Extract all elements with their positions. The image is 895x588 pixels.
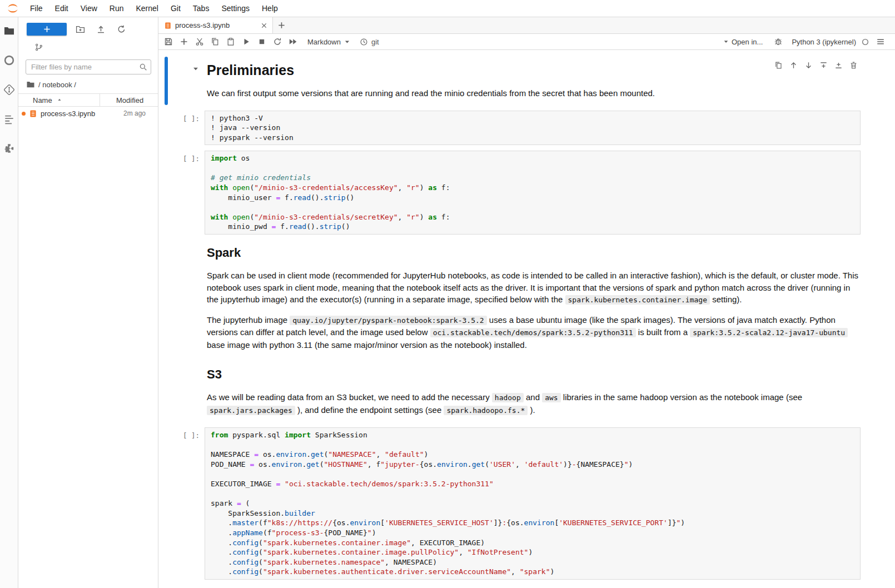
copy-icon (211, 37, 220, 46)
code-line: .config("spark.kubernetes.authenticate.d… (211, 567, 854, 577)
puzzle-icon (3, 143, 15, 155)
code-line: NAMESPACE = os.environ.get("NAMESPACE", … (211, 450, 854, 460)
md-paragraph: The jupyterhub image quay.io/jupyter/pys… (207, 314, 861, 351)
file-list: process-s3.ipynb2m ago (18, 107, 158, 120)
code-editor[interactable]: ! python3 -V! java --version! pyspark --… (205, 111, 861, 146)
menu-settings[interactable]: Settings (215, 0, 256, 17)
code-line: spark = ( (211, 499, 854, 509)
plus-icon (43, 25, 51, 33)
more-commands-button[interactable] (873, 34, 888, 49)
jupyterlab-app: FileEditViewRunKernelGitTabsSettingsHelp… (0, 0, 895, 588)
menu-run[interactable]: Run (103, 0, 130, 17)
insert-cell-button[interactable] (176, 34, 192, 49)
delete-cell-button[interactable] (847, 59, 859, 71)
code-line (211, 163, 854, 173)
restart-run-all-button[interactable] (285, 34, 301, 49)
code-line: SparkSession.builder (211, 509, 854, 519)
sidebar-tab-extension-manager[interactable] (3, 143, 15, 156)
kernel-switcher[interactable]: Python 3 (ipykernel) (792, 38, 856, 46)
rendered-markdown: PreliminariesWe can first output some ve… (205, 57, 861, 105)
duplicate-cell-button[interactable] (772, 59, 784, 71)
tab-process-s3[interactable]: process-s3.ipynb (158, 17, 273, 33)
close-tab-button[interactable] (260, 22, 268, 29)
menu-kernel[interactable]: Kernel (130, 0, 164, 17)
git-toolbar-button[interactable]: git (360, 38, 379, 46)
new-tab-button[interactable] (273, 17, 290, 33)
breadcrumb[interactable]: / notebook / (18, 78, 158, 93)
move-cell-down-button[interactable] (802, 59, 814, 71)
markdown-cell[interactable]: S3As we will be reading data from an S3 … (158, 362, 895, 422)
markdown-cell[interactable]: PreliminariesWe can first output some ve… (158, 57, 895, 105)
cut-cells-button[interactable] (192, 34, 207, 49)
file-name: process-s3.ipynb (41, 109, 100, 118)
code-cell[interactable]: [ ]:import os # get minio credentialswit… (158, 151, 895, 235)
run-cell-button[interactable] (238, 34, 254, 49)
debugger-button[interactable] (770, 34, 786, 49)
inline-code: spark.jars.packages (207, 406, 295, 415)
menu-edit[interactable]: Edit (49, 0, 74, 17)
restart-icon (273, 37, 282, 46)
code-line: # get minio credentials (211, 173, 854, 183)
cell-prompt (168, 57, 205, 105)
upload-files-button[interactable] (93, 22, 108, 36)
code-line: with open("/minio-s3-credentials/accessK… (211, 183, 854, 193)
sort-ascending-icon (57, 97, 62, 103)
restart-kernel-button[interactable] (270, 34, 285, 49)
new-folder-button[interactable] (73, 22, 87, 36)
code-line: import os (211, 153, 854, 163)
refresh-file-list-button[interactable] (114, 22, 128, 36)
menu-help[interactable]: Help (256, 0, 284, 17)
code-line (211, 469, 854, 479)
sidebar-tab-running-sessions[interactable] (3, 54, 15, 68)
save-notebook-button[interactable] (161, 34, 176, 49)
sidebar-tab-table-of-contents[interactable] (3, 113, 15, 127)
code-editor[interactable]: from pyspark.sql import SparkSession NAM… (205, 427, 861, 580)
file-filter-input[interactable] (26, 59, 151, 74)
code-line: .master(f"k8s://https://{os.environ['KUB… (211, 518, 854, 528)
code-line: with open("/minio-s3-credentials/secretK… (211, 212, 854, 222)
bug-icon (774, 37, 783, 46)
folder-icon (3, 25, 15, 37)
menu-view[interactable]: View (74, 0, 103, 17)
file-item[interactable]: process-s3.ipynb2m ago (18, 107, 158, 120)
clock-icon (360, 38, 368, 46)
new-launcher-button[interactable] (27, 23, 67, 36)
menu-tabs[interactable]: Tabs (187, 0, 216, 17)
menu-file[interactable]: File (24, 0, 49, 17)
code-cell[interactable]: [ ]:from pyspark.sql import SparkSession… (158, 427, 895, 580)
code-line: .config("spark.kubernetes.container.imag… (211, 547, 854, 557)
interrupt-kernel-button[interactable] (254, 34, 270, 49)
code-cell[interactable]: [ ]:! python3 -V! java --version! pyspar… (158, 111, 895, 146)
cell-type-value: Markdown (307, 38, 341, 46)
sort-by-name-header[interactable]: Name (18, 94, 100, 106)
paste-cells-button[interactable] (223, 34, 238, 49)
code-editor[interactable]: import os # get minio credentialswith op… (205, 151, 861, 235)
markdown-cell[interactable]: SparkSpark can be used in client mode (r… (158, 240, 895, 356)
move-cell-up-button[interactable] (787, 59, 799, 71)
git-clone-button[interactable] (32, 41, 46, 54)
code-line (211, 489, 854, 499)
arrow-down-icon (804, 61, 813, 69)
git-toolbar-row (18, 37, 158, 54)
sort-by-modified-header[interactable]: Modified (100, 94, 158, 106)
breadcrumb-path: / notebook / (38, 81, 76, 89)
sidebar-tab-file-browser[interactable] (3, 25, 15, 38)
md-heading: S3 (207, 367, 861, 382)
inline-code: aws (542, 393, 560, 402)
cell-type-dropdown[interactable]: Markdown (307, 38, 351, 46)
trash-icon (849, 61, 858, 69)
ffwd-icon (289, 37, 297, 46)
circle-icon (3, 54, 15, 66)
new-folder-icon (76, 24, 85, 34)
sidebar-tab-git[interactable] (3, 84, 15, 97)
code-line (211, 440, 854, 450)
open-in-dropdown[interactable]: Open in... (723, 38, 763, 46)
code-line: POD_NAME = os.environ.get("HOSTNAME", f"… (211, 460, 854, 470)
list-icon (3, 113, 15, 125)
insert-cell-below-button[interactable] (832, 59, 844, 71)
inline-code: spark.hadoopo.fs.* (444, 406, 528, 415)
menu-git[interactable]: Git (165, 0, 187, 17)
insert-cell-above-button[interactable] (817, 59, 829, 71)
notebook-toolbar-buttons (161, 34, 301, 49)
copy-cells-button[interactable] (207, 34, 223, 49)
